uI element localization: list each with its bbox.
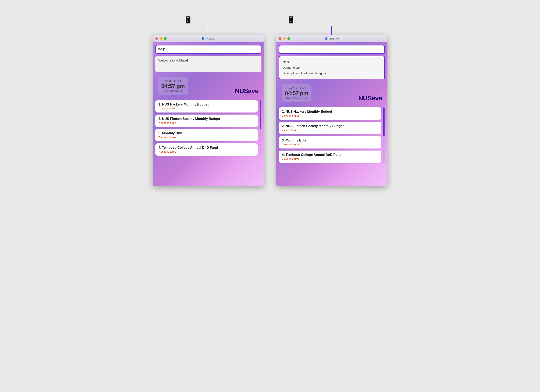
scene-left: Tt 👤 NUSave [153, 16, 264, 186]
command-line1: clear: [283, 59, 381, 65]
datetime-panel-left: Wed, 28 Oct 04:57 pm Good Afternoon! NUS… [155, 75, 261, 97]
output-box-left: Welcome to NUSave! [155, 56, 261, 72]
budget-sub-right-3: 7 expenditures [282, 143, 378, 146]
search-container-left[interactable] [155, 45, 261, 54]
arrow-line-right [331, 26, 332, 35]
budget-item-right-4[interactable]: 4. Tembusu College Annual DnD Fund 7 exp… [279, 151, 381, 163]
app-name-right: NUSave [358, 94, 382, 102]
datetime-panel-right: Wed, 28 Oct 04:57 pm Good Afternoon! NUS… [279, 82, 385, 104]
budget-title-left-2: 2. NUS Fintech Society Monthly Budget [159, 117, 255, 121]
window-title-right: 👤 NUSave [325, 37, 339, 40]
window-content-right: clear: Usage: clear Description: Deletes… [276, 42, 387, 186]
title-bar-left: 👤 NUSave [153, 35, 264, 42]
budget-item-left-4[interactable]: 4. Tembusu College Annual DnD Fund 7 exp… [155, 143, 258, 156]
minimize-button-left[interactable] [160, 37, 162, 40]
annotation-text-left: Tt [186, 16, 190, 24]
title-icon-right: 👤 [325, 37, 328, 40]
search-input-right[interactable] [282, 47, 382, 51]
budget-title-right-1: 1. NUS Hackers Monthly Budget [282, 110, 378, 113]
minimize-button-right[interactable] [283, 37, 286, 40]
window-content-left: Welcome to NUSave! Wed, 28 Oct 04:57 pm … [153, 42, 264, 186]
scroll-thumb-left[interactable] [260, 100, 261, 129]
time-text-right: 04:57 pm [285, 90, 308, 97]
budget-title-left-1: 1. NUS Hackers Monthly Budget [159, 103, 255, 106]
budget-sub-right-4: 7 expenditures [282, 157, 378, 160]
budget-title-right-3: 3. Monthly Bills [282, 139, 378, 142]
scroll-track-right [383, 107, 385, 163]
arrow-line-left [208, 26, 208, 35]
command-line3: Description: Deletes all budgets. [283, 70, 381, 76]
datetime-right-block: Wed, 28 Oct 04:57 pm Good Afternoon! [282, 84, 311, 102]
greeting-text-left: Good Afternoon! [161, 89, 185, 93]
command-result-box: clear: Usage: clear Description: Deletes… [279, 56, 385, 79]
title-icon-left: 👤 [201, 37, 205, 40]
budget-item-right-2[interactable]: 2. NUS Fintech Society Monthly Budget 7 … [279, 122, 381, 134]
window-title-left: 👤 NUSave [201, 37, 215, 40]
mac-window-right: 👤 NUSave clear: Usage: clear Description… [276, 35, 387, 186]
budget-list-left: 1. NUS Hackers Monthly Budget 7 expendit… [155, 100, 261, 156]
greeting-text-right: Good Afternoon! [285, 97, 308, 100]
search-input-left[interactable] [158, 47, 258, 51]
command-line2: Usage: clear [283, 65, 381, 70]
title-text-right: NUSave [329, 37, 339, 40]
budget-title-left-4: 4. Tembusu College Annual DnD Fund [159, 146, 255, 150]
maximize-button-left[interactable] [164, 37, 167, 40]
budget-item-left-2[interactable]: 2. NUS Fintech Society Monthly Budget 7 … [155, 115, 258, 127]
budget-title-right-4: 4. Tembusu College Annual DnD Fund [282, 153, 378, 157]
close-button-left[interactable] [155, 37, 158, 40]
budget-item-left-3[interactable]: 3. Monthly Bills 7 expenditures [155, 129, 258, 141]
search-container-right[interactable] [279, 45, 385, 54]
app-name-left: NUSave [235, 87, 259, 95]
budget-sub-left-4: 7 expenditures [159, 150, 255, 153]
annotation-right: Ta [276, 16, 387, 35]
budget-sub-left-3: 7 expenditures [159, 136, 255, 139]
annotation-left: Tt [153, 16, 264, 35]
scroll-thumb-right[interactable] [383, 107, 385, 136]
close-button-right[interactable] [279, 37, 281, 40]
datetime-left-block: Wed, 28 Oct 04:57 pm Good Afternoon! [158, 77, 188, 95]
budget-sub-left-2: 7 expenditures [159, 121, 255, 124]
time-text-left: 04:57 pm [161, 83, 185, 89]
budget-title-left-3: 3. Monthly Bills [159, 132, 255, 135]
budget-title-right-2: 2. NUS Fintech Society Monthly Budget [282, 124, 378, 128]
traffic-lights-left [155, 37, 167, 40]
budget-list-right: 1. NUS Hackers Monthly Budget 7 expendit… [279, 107, 385, 163]
mac-window-left: 👤 NUSave Welcome to NUSave! Wed, 28 Oct [153, 35, 264, 186]
traffic-lights-right [279, 37, 290, 40]
budget-sub-right-2: 7 expenditures [282, 128, 378, 132]
title-text-left: NUSave [205, 37, 215, 40]
scene-right: Ta 👤 NUSave [276, 16, 387, 186]
budget-sub-left-1: 7 expenditures [159, 107, 255, 110]
scroll-track-left [260, 100, 261, 156]
budget-item-right-3[interactable]: 3. Monthly Bills 7 expenditures [279, 136, 381, 148]
date-text-right: Wed, 28 Oct [285, 86, 308, 90]
date-text-left: Wed, 28 Oct [161, 79, 185, 83]
budget-item-left-1[interactable]: 1. NUS Hackers Monthly Budget 7 expendit… [155, 100, 258, 113]
budget-sub-right-1: 7 expenditures [282, 114, 378, 117]
budget-item-right-1[interactable]: 1. NUS Hackers Monthly Budget 7 expendit… [279, 107, 381, 120]
output-text-left: Welcome to NUSave! [159, 59, 188, 62]
title-bar-right: 👤 NUSave [276, 35, 387, 42]
annotation-text-right: Ta [289, 16, 293, 24]
maximize-button-right[interactable] [287, 37, 290, 40]
